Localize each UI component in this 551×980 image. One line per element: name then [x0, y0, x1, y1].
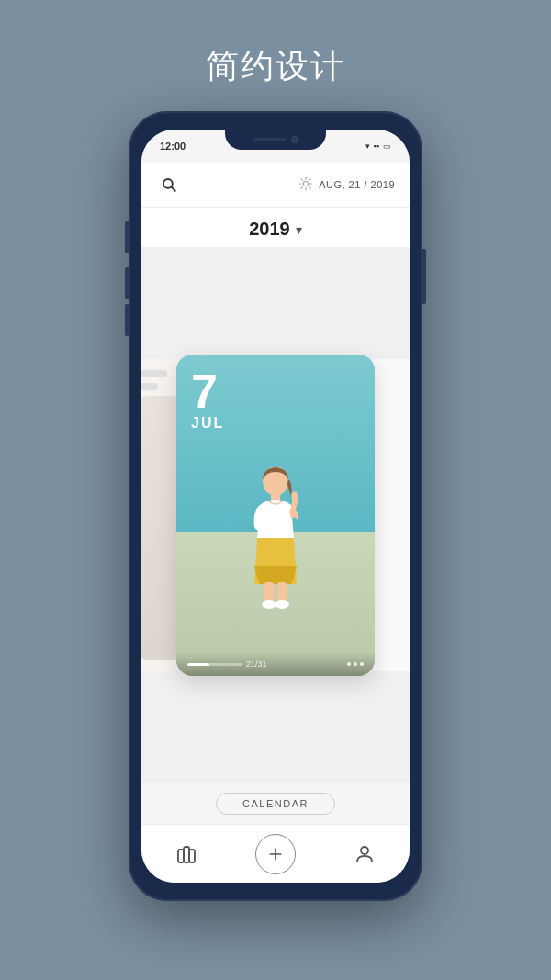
- search-button[interactable]: [156, 172, 182, 197]
- svg-rect-19: [189, 850, 195, 862]
- person-figure: [234, 465, 317, 612]
- svg-line-10: [309, 178, 310, 179]
- card-footer: 21/31: [176, 652, 375, 676]
- sun-icon: [298, 176, 313, 194]
- app-header: AUG, 21 / 2019: [141, 163, 410, 208]
- svg-rect-13: [264, 582, 274, 603]
- main-card[interactable]: 7 JUL 21/31: [176, 355, 375, 676]
- svg-rect-14: [277, 582, 287, 603]
- add-button[interactable]: [255, 834, 296, 874]
- wifi-icon: ▾: [365, 141, 370, 151]
- card-day: 7: [191, 367, 224, 415]
- phone-device: 12:00 ▾ ▪▪ ▭: [129, 111, 422, 901]
- svg-line-7: [301, 178, 302, 179]
- card-month: JUL: [191, 415, 224, 432]
- calendar-button[interactable]: CALENDAR: [216, 793, 335, 815]
- status-icons: ▾ ▪▪ ▭: [365, 141, 391, 151]
- status-time: 12:00: [160, 141, 186, 152]
- svg-line-8: [309, 186, 310, 187]
- dot-1: [347, 662, 351, 666]
- cards-area: 7 JUL 21/31: [141, 247, 410, 783]
- gallery-icon: [175, 843, 197, 865]
- calendar-btn-wrap: CALENDAR: [141, 783, 410, 824]
- header-date: AUG, 21 / 2019: [298, 176, 395, 194]
- card-date: 7 JUL: [191, 367, 224, 432]
- profile-nav-button[interactable]: [344, 834, 385, 874]
- svg-line-1: [172, 187, 175, 191]
- card-dots: [347, 662, 364, 666]
- svg-point-22: [361, 847, 368, 854]
- speaker: [253, 138, 286, 141]
- svg-line-9: [301, 186, 302, 187]
- progress-bar: [187, 663, 242, 666]
- card-progress: 21/31: [187, 659, 267, 669]
- dot-2: [354, 662, 357, 666]
- gallery-nav-button[interactable]: [166, 834, 207, 874]
- svg-point-16: [275, 600, 289, 609]
- profile-icon: [354, 843, 376, 865]
- signal-icon: ▪▪: [374, 141, 379, 151]
- plus-icon: [266, 845, 285, 863]
- status-bar: 12:00 ▾ ▪▪ ▭: [141, 130, 410, 163]
- bottom-nav: [141, 824, 410, 883]
- card-counter: 21/31: [246, 659, 267, 669]
- year-selector[interactable]: 2019 ▾: [141, 208, 410, 247]
- svg-point-15: [262, 600, 276, 609]
- phone-screen: 12:00 ▾ ▪▪ ▭: [141, 130, 410, 883]
- page-title: 简约设计: [206, 44, 345, 89]
- battery-icon: ▭: [383, 141, 391, 151]
- notch: [225, 130, 326, 150]
- dot-3: [360, 662, 364, 666]
- chevron-down-icon: ▾: [296, 222, 302, 237]
- progress-fill: [187, 663, 209, 666]
- date-display: AUG, 21 / 2019: [319, 179, 395, 190]
- svg-point-2: [304, 181, 309, 186]
- front-camera: [291, 136, 298, 143]
- year-text: 2019: [249, 219, 290, 240]
